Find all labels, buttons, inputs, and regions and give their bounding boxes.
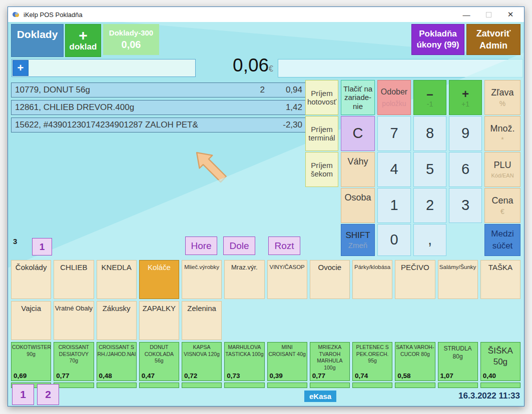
product-button-partial[interactable] xyxy=(395,382,435,388)
search-input[interactable] xyxy=(29,60,195,76)
category-vajcia[interactable]: Vajcia xyxy=(11,301,51,340)
add-doklad-button[interactable]: + doklad xyxy=(65,24,101,57)
list-page-1-button[interactable]: 1 xyxy=(32,238,52,256)
cena-button[interactable]: Cena€ xyxy=(484,188,520,223)
digit-2-button[interactable]: 2 xyxy=(413,188,446,223)
category-grid-row2: Vajcia Vratné Obaly Zákusky ZAPALKY Zele… xyxy=(11,301,520,340)
tlacit-na-zariadenie-button[interactable]: Tlačiť na zariade- nie xyxy=(341,80,375,115)
category-knedla[interactable]: KNEDLA xyxy=(97,260,137,299)
category-zakusky[interactable]: Zákusky xyxy=(97,301,137,340)
plus-icon: + xyxy=(79,29,88,42)
category-viny-casop[interactable]: VINY/ČASOP xyxy=(267,260,307,299)
category-cokolady[interactable]: Čokolády xyxy=(11,260,51,299)
product-button-partial[interactable] xyxy=(267,382,307,388)
item-name: 10779, DONUT 56g xyxy=(15,85,90,95)
product-donut-cokolada[interactable]: DONUT COKOLADA 56g0,47 xyxy=(139,342,179,381)
maximize-button[interactable] xyxy=(482,10,495,19)
table-row[interactable]: 15622, #43901230174234901287 ZALOH PET& … xyxy=(11,118,306,132)
table-row[interactable]: 12861, CHLIEB DREVOR.400g 1,42 xyxy=(11,100,306,115)
digit-7-button[interactable]: 7 xyxy=(377,116,411,151)
product-grid-partial-row xyxy=(11,382,520,388)
total-currency: € xyxy=(269,64,273,73)
digit-6-button[interactable]: 6 xyxy=(449,152,482,187)
category-ovocie[interactable]: Ovocie xyxy=(310,260,350,299)
product-page-1-button[interactable]: 1 xyxy=(12,384,34,405)
odober-polozku-button[interactable]: Odoberpoložku xyxy=(377,80,411,115)
mnozstvo-button[interactable]: Množ.* xyxy=(484,116,520,151)
product-button-partial[interactable] xyxy=(438,382,478,388)
product-button-partial[interactable] xyxy=(480,382,520,388)
product-button-partial[interactable] xyxy=(139,382,179,388)
product-button-partial[interactable] xyxy=(97,382,137,388)
digit-9-button[interactable]: 9 xyxy=(449,116,482,151)
dole-button[interactable]: Dole xyxy=(223,236,255,255)
vahy-button[interactable]: Váhy xyxy=(341,152,375,187)
product-button-partial[interactable] xyxy=(224,382,264,388)
digit-4-button[interactable]: 4 xyxy=(377,152,411,187)
close-button[interactable]: ✕ xyxy=(504,10,517,19)
category-salamy-sunky[interactable]: Salámy/Šunky xyxy=(438,260,478,299)
category-zapalky[interactable]: ZAPALKY xyxy=(139,301,179,340)
plu-button[interactable]: PLUKód/EAN xyxy=(484,152,520,187)
medzisucet-button[interactable]: Medzi súčet xyxy=(484,224,520,256)
prijem-sekom-button[interactable]: Príjem šekom xyxy=(305,152,338,187)
category-kolace[interactable]: Koláče xyxy=(139,260,179,299)
product-page-2-button[interactable]: 2 xyxy=(37,384,59,405)
digit-8-button[interactable]: 8 xyxy=(413,116,446,151)
product-mriezka-tvaroh[interactable]: MRIEZKA TVAROH MARHULA 100g0,77 xyxy=(310,342,350,381)
comma-button[interactable]: , xyxy=(413,224,446,256)
window-title: iKelp POS Pokladňa xyxy=(24,11,83,18)
category-pecivo[interactable]: PEČIVO xyxy=(395,260,435,299)
digit-1-button[interactable]: 1 xyxy=(377,188,411,223)
clear-button[interactable]: C xyxy=(341,116,375,151)
hore-button[interactable]: Hore xyxy=(185,236,217,255)
doklady-button[interactable]: Doklady xyxy=(11,24,64,57)
category-chlieb[interactable]: CHLIEB xyxy=(54,260,94,299)
prijem-terminal-button[interactable]: Príjem terminál xyxy=(305,116,338,151)
minus-one-button[interactable]: –-1 xyxy=(413,80,446,115)
rozt-button[interactable]: Rozt xyxy=(268,236,300,255)
prijem-hotovost-button[interactable]: Príjem hotovosť xyxy=(305,80,338,115)
category-vratne-obaly[interactable]: Vratné Obaly xyxy=(54,301,94,340)
product-croissant-s[interactable]: CROISSANT S RH./JAHOD.NAI0,48 xyxy=(97,342,137,381)
product-siska[interactable]: ŠIŠKA 50g0,40 xyxy=(480,342,520,381)
category-mliec-vyrobky[interactable]: Mlieč.výrobky xyxy=(182,260,222,299)
batch-status[interactable]: Doklady-300 0,06 xyxy=(103,24,159,55)
product-button-partial[interactable] xyxy=(310,382,350,388)
title-bar: iKelp POS Pokladňa — ✕ xyxy=(8,7,524,22)
app-window: iKelp POS Pokladňa — ✕ Doklady + doklad … xyxy=(8,6,524,406)
add-item-button[interactable]: + xyxy=(13,60,29,76)
category-mraz-vyr[interactable]: Mraz.výr. xyxy=(224,260,264,299)
category-zelenina[interactable]: Zelenina xyxy=(182,301,222,340)
digit-5-button[interactable]: 5 xyxy=(413,152,446,187)
category-parky-klobasa[interactable]: Párky/klobása xyxy=(352,260,392,299)
item-amount: 0,94 xyxy=(269,85,302,95)
table-row[interactable]: 10779, DONUT 56g 2 0,94 xyxy=(11,82,306,98)
item-name: 15622, #43901230174234901287 ZALOH PET& xyxy=(15,120,198,130)
pokladna-ukony-button[interactable]: Pokladňa úkony (99) xyxy=(411,24,464,55)
product-satka[interactable]: SATKA VAROH-CUCOR 80g0,58 xyxy=(395,342,435,381)
category-taska[interactable]: TAŠKA xyxy=(480,260,520,299)
product-kapsa-visnova[interactable]: KAPSA VISNOVA 120g0,72 xyxy=(182,342,222,381)
product-croissant-desiatovy[interactable]: CROISSANT DESIATOVY 70g0,77 xyxy=(54,342,94,381)
minimize-button[interactable]: — xyxy=(460,10,473,19)
product-strudla[interactable]: STRUDLA 80g1,07 xyxy=(438,342,478,381)
osoba-button[interactable]: Osoba xyxy=(341,188,375,223)
zatvorit-admin-button[interactable]: Zatvoriť Admin xyxy=(466,24,520,55)
product-mini-croisant[interactable]: MINI CROISANT 40g0,39 xyxy=(267,342,307,381)
product-marhulova-tasticka[interactable]: MARHULOVA TASTICKA 100g0,73 xyxy=(224,342,264,381)
shift-button[interactable]: SHIFTZmeň xyxy=(341,224,375,256)
product-pletenec[interactable]: PLETENEC S PEK.ORECH. 95g0,74 xyxy=(352,342,392,381)
item-name: 12861, CHLIEB DREVOR.400g xyxy=(15,102,134,112)
plus-one-button[interactable]: ++1 xyxy=(449,80,482,115)
zlava-button[interactable]: Zľava% xyxy=(484,80,520,115)
product-cokotwister[interactable]: COKOTWISTER 90g0,69 xyxy=(11,342,51,381)
product-button-partial[interactable] xyxy=(182,382,222,388)
digit-0-button[interactable]: 0 xyxy=(377,224,411,256)
product-button-partial[interactable] xyxy=(54,382,94,388)
item-count-label: 3 xyxy=(13,237,17,246)
item-search-bar: + xyxy=(12,59,196,77)
product-button-partial[interactable] xyxy=(352,382,392,388)
item-amount: -2,30 xyxy=(269,120,302,130)
digit-3-button[interactable]: 3 xyxy=(449,188,482,223)
